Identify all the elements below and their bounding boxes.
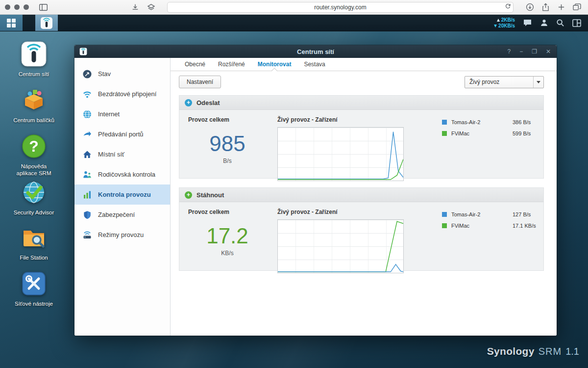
taskbar-app-network-center[interactable] xyxy=(35,15,58,31)
tab-bar: Obecné Rozšířené Monitorovat Sestava xyxy=(171,58,557,71)
tab-groups-button[interactable] xyxy=(145,2,157,13)
sidebar-toggle-button[interactable] xyxy=(37,2,49,13)
globe-icon xyxy=(82,109,93,120)
desktop-icon-package-center[interactable]: Centrum balíčků xyxy=(11,87,57,124)
help-icon: ? xyxy=(21,133,47,159)
live-traffic-label: Živý provoz - Zařízení xyxy=(277,209,406,215)
panel-title: Stáhnout xyxy=(196,191,224,199)
legend-row: Tomas-Air-2 127 B/s xyxy=(442,211,552,217)
sidebar-item-security[interactable]: Zabezpečení xyxy=(74,205,170,225)
sidebar-item-status[interactable]: Stav xyxy=(74,64,170,84)
view-select[interactable]: Živý provoz xyxy=(465,76,544,88)
srm-desktop: 2KB/s 20KB/s Centrum sítí xyxy=(0,15,588,368)
desktop-icon-label: File Station xyxy=(11,254,57,261)
share-button[interactable] xyxy=(539,2,552,13)
network-center-icon xyxy=(40,17,53,29)
chat-bubble-icon xyxy=(523,19,532,27)
sidebar-item-port-forwarding[interactable]: Předávání portů xyxy=(74,124,170,144)
new-tab-button[interactable] xyxy=(555,2,567,13)
window-buttons xyxy=(5,4,29,10)
total-traffic-label: Provoz celkem xyxy=(188,209,277,215)
desktop-icon-security-advisor[interactable]: Security Advisor xyxy=(11,180,57,216)
upload-traffic-chart xyxy=(277,127,404,181)
package-center-icon xyxy=(21,87,47,113)
window-minimize-button[interactable]: − xyxy=(518,48,524,55)
tab-general[interactable]: Obecné xyxy=(178,58,212,71)
window-main: Obecné Rozšířené Monitorovat Sestava Nas… xyxy=(171,58,557,336)
srm-taskbar: 2KB/s 20KB/s xyxy=(0,15,588,31)
upload-panel-header: Odeslat xyxy=(179,96,543,110)
legend-swatch xyxy=(442,223,447,228)
tab-overview-button[interactable] xyxy=(570,2,583,13)
brand-product: SRM xyxy=(539,346,562,357)
port-forwarding-icon xyxy=(82,129,93,140)
upload-speed: 2KB/s xyxy=(501,17,515,23)
traffic-control-icon xyxy=(82,189,93,200)
minimize-window-button[interactable] xyxy=(14,4,20,10)
search-button[interactable] xyxy=(556,19,564,27)
panel-title: Odeslat xyxy=(196,99,220,106)
window-help-button[interactable]: ? xyxy=(506,48,512,55)
network-tools-icon xyxy=(21,271,47,296)
legend-row: FViMac 599 B/s xyxy=(442,131,552,136)
total-traffic-unit: KB/s xyxy=(188,250,267,257)
sidebar-item-internet[interactable]: Internet xyxy=(74,104,170,124)
window-maximize-button[interactable]: ❐ xyxy=(531,48,538,55)
srm-branding: Synology SRM 1.1 xyxy=(487,345,579,357)
main-menu-button[interactable] xyxy=(0,15,23,31)
settings-button[interactable]: Nastavení xyxy=(179,76,221,88)
share-icon xyxy=(542,3,549,11)
collapse-toggle-icon[interactable] xyxy=(185,99,192,106)
sidebar-item-wireless[interactable]: Bezdrátové připojení xyxy=(74,84,170,104)
sidebar-item-operation-modes[interactable]: Režimy provozu xyxy=(74,225,170,245)
address-bar[interactable]: router.synology.com xyxy=(167,2,514,13)
collapse-toggle-icon[interactable] xyxy=(185,191,192,199)
legend-row: Tomas-Air-2 386 B/s xyxy=(442,119,552,125)
widgets-icon xyxy=(572,19,581,27)
window-close-button[interactable]: ✕ xyxy=(545,48,552,55)
reload-button[interactable] xyxy=(505,3,511,11)
window-app-icon xyxy=(79,48,87,55)
tab-overview-icon xyxy=(573,3,581,11)
monitor-toolbar: Nastavení Živý provoz xyxy=(171,71,557,92)
sidebar-icon xyxy=(39,4,48,11)
widgets-button[interactable] xyxy=(572,19,581,27)
operation-modes-icon xyxy=(82,230,93,240)
sidebar-item-local-network[interactable]: Místní síť xyxy=(74,144,170,164)
tab-monitor[interactable]: Monitorovat xyxy=(251,58,298,71)
download-panel-header: Stáhnout xyxy=(179,188,543,202)
live-traffic-label: Živý provoz - Zařízení xyxy=(277,116,406,123)
tab-report[interactable]: Sestava xyxy=(297,58,331,71)
desktop-icon-label: Centrum balíčků xyxy=(11,117,57,124)
desktop-icon-srm-help[interactable]: ? Nápověda aplikace SRM xyxy=(11,133,57,177)
downloads-tray-button[interactable] xyxy=(129,2,142,13)
legend-swatch xyxy=(442,131,447,136)
tab-advanced[interactable]: Rozšířené xyxy=(212,58,251,71)
network-speed-indicator[interactable]: 2KB/s 20KB/s xyxy=(494,17,515,29)
window-titlebar[interactable]: Centrum sítí ? − ❐ ✕ xyxy=(74,45,557,58)
home-network-icon xyxy=(82,149,93,160)
total-traffic-value: 17.2 xyxy=(188,225,267,247)
user-menu-button[interactable] xyxy=(540,19,548,27)
desktop-icon-label: Nápověda aplikace SRM xyxy=(11,163,57,177)
security-advisor-icon xyxy=(21,180,47,205)
zoom-window-button[interactable] xyxy=(24,4,29,10)
notifications-button[interactable] xyxy=(523,19,532,27)
downloads-button[interactable] xyxy=(523,2,536,13)
plus-icon xyxy=(558,3,565,11)
download-panel: Stáhnout Provoz celkem 17.2 KB/s Živý pr… xyxy=(179,187,544,271)
total-traffic-unit: B/s xyxy=(188,158,267,164)
legend-device-value: 386 B/s xyxy=(513,119,552,125)
total-traffic-value: 985 xyxy=(188,133,267,155)
desktop-icon-network-tools[interactable]: Síťové nástroje xyxy=(11,271,57,307)
desktop-icon-label: Security Advisor xyxy=(11,209,57,216)
sidebar-item-parental-control[interactable]: Rodičovská kontrola xyxy=(74,164,170,184)
svg-text:?: ? xyxy=(29,137,39,155)
sidebar-item-traffic-control[interactable]: Kontrola provozu xyxy=(74,184,170,205)
close-window-button[interactable] xyxy=(5,4,10,10)
legend-swatch xyxy=(442,120,447,125)
desktop-icon-file-station[interactable]: File Station xyxy=(11,225,57,261)
desktop-icon-network-center[interactable]: Centrum sítí xyxy=(11,41,57,78)
legend-device-value: 599 B/s xyxy=(513,131,552,136)
downloads-circle-icon xyxy=(526,3,534,11)
